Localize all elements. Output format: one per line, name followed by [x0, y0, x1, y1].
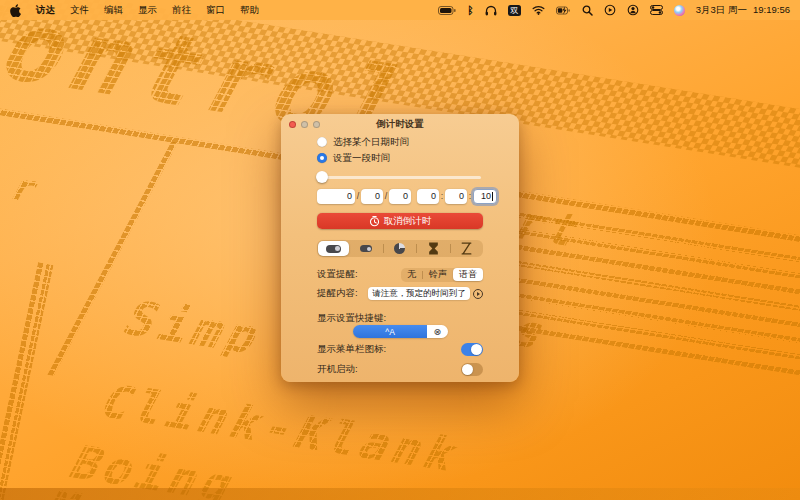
wallpaper-word: r — [4, 169, 50, 209]
launch-at-login-label: 开机启动: — [317, 363, 358, 376]
field-separator: : — [440, 191, 444, 201]
wallpaper-floor-band — [0, 488, 800, 500]
reminder-option-voice[interactable]: 语音 — [453, 268, 483, 281]
reminder-content-row: 提醒内容: 请注意，预定的时间到了 — [317, 287, 483, 300]
radio-row-duration-mode[interactable]: 设置一段时间 — [317, 152, 483, 164]
menubar-icon-toggle[interactable] — [461, 343, 483, 356]
now-playing-icon[interactable] — [604, 4, 616, 16]
radio-date-mode-label: 选择某个日期时间 — [333, 136, 409, 149]
launch-at-login-toggle[interactable] — [461, 363, 483, 376]
wallpaper-word: Simp — [116, 295, 274, 361]
menu-item-window[interactable]: 窗口 — [206, 4, 225, 17]
toggle-knob — [462, 364, 473, 375]
radio-date-mode[interactable] — [317, 137, 327, 147]
battery-icon[interactable] — [438, 6, 456, 15]
duration-field-days[interactable]: 0 — [389, 189, 411, 204]
menu-item-view[interactable]: 显示 — [138, 4, 157, 17]
play-preview-button[interactable] — [473, 289, 483, 299]
menu-app-name[interactable]: 访达 — [36, 4, 55, 17]
field-separator: / — [384, 191, 388, 201]
menu-bar-clock[interactable]: 3月3日 周一 19:19:56 — [696, 4, 790, 17]
countdown-settings-window: 倒计时设置 选择某个日期时间 设置一段时间 0 / 0 / 0 0 : 0 : … — [281, 114, 519, 382]
shortcut-value[interactable]: ^A — [353, 325, 427, 338]
duration-field-seconds[interactable]: 10 — [473, 189, 497, 204]
slider-knob[interactable] — [316, 171, 328, 183]
wifi-icon[interactable] — [532, 5, 545, 15]
reminder-label: 设置提醒: — [317, 268, 358, 281]
duration-field-hours[interactable]: 0 — [417, 189, 439, 204]
field-separator: / — [356, 191, 360, 201]
duration-fields-row: 0 / 0 / 0 0 : 0 : 10 — [317, 188, 499, 204]
duration-slider[interactable] — [317, 171, 481, 183]
segment-hourglass[interactable] — [417, 240, 450, 257]
text-caret — [492, 192, 493, 201]
countdown-clock-icon — [369, 216, 380, 227]
shortcut-recorder[interactable]: ^A ⊗ — [353, 325, 448, 338]
menubar-icon-toggle-label: 显示菜单栏图标: — [317, 343, 386, 356]
segment-pill-small[interactable] — [350, 240, 383, 257]
reminder-option-none[interactable]: 无 — [401, 268, 422, 282]
window-title: 倒计时设置 — [376, 118, 424, 131]
reminder-option-ring[interactable]: 铃声 — [423, 268, 453, 282]
siri-icon[interactable] — [674, 5, 685, 16]
hourglass-icon — [428, 242, 439, 255]
menu-item-help[interactable]: 帮助 — [240, 4, 259, 17]
zoom-button[interactable] — [313, 121, 320, 128]
menu-item-file[interactable]: 文件 — [70, 4, 89, 17]
pie-icon — [394, 243, 405, 254]
field-separator: : — [468, 191, 472, 201]
control-center-icon[interactable] — [650, 5, 663, 15]
reminder-row: 设置提醒: 无 铃声 语音 — [317, 268, 483, 281]
menu-item-edit[interactable]: 编辑 — [104, 4, 123, 17]
menu-item-go[interactable]: 前往 — [172, 4, 191, 17]
battery-charge-icon[interactable] — [556, 6, 571, 15]
segment-hourglass-outline[interactable] — [451, 240, 484, 257]
duration-field-years[interactable]: 0 — [317, 189, 355, 204]
radio-duration-mode-label: 设置一段时间 — [333, 152, 390, 165]
minimize-button[interactable] — [301, 121, 308, 128]
cancel-countdown-button[interactable]: 取消倒计时 — [317, 213, 483, 229]
duration-field-months[interactable]: 0 — [361, 189, 383, 204]
slider-track[interactable] — [318, 176, 481, 179]
reminder-content-input[interactable]: 请注意，预定的时间到了 — [368, 287, 470, 300]
segment-pill-wide[interactable] — [318, 241, 349, 256]
bluetooth-icon[interactable]: ᛒ — [467, 4, 473, 16]
headphones-icon[interactable] — [485, 5, 497, 16]
menu-bar-time: 19:19:56 — [753, 4, 790, 17]
shortcut-label: 显示设置快捷键: — [317, 312, 483, 323]
reminder-segmented-control: 无 铃声 语音 — [401, 268, 483, 282]
launch-at-login-toggle-row: 开机启动: — [317, 363, 483, 376]
user-switch-icon[interactable] — [627, 4, 639, 16]
toggle-knob — [471, 344, 482, 355]
menubar-icon-toggle-row: 显示菜单栏图标: — [317, 343, 483, 356]
duration-field-minutes[interactable]: 0 — [445, 189, 467, 204]
spotlight-icon[interactable] — [582, 5, 593, 16]
shortcut-clear-button[interactable]: ⊗ — [427, 325, 448, 338]
apple-menu-icon[interactable] — [10, 4, 21, 17]
menu-bar-date: 3月3日 周一 — [696, 4, 747, 17]
icon-style-segmented-control — [317, 240, 483, 257]
segment-pie[interactable] — [384, 240, 417, 257]
window-titlebar[interactable]: 倒计时设置 — [281, 114, 519, 134]
close-button[interactable] — [289, 121, 296, 128]
radio-duration-mode[interactable] — [317, 153, 327, 163]
pill-small-icon — [360, 245, 372, 252]
menu-bar: 访达 文件 编辑 显示 前往 窗口 帮助 ᛒ 双 — [0, 0, 800, 20]
input-method-icon[interactable]: 双 — [508, 5, 521, 16]
cancel-countdown-label: 取消倒计时 — [384, 215, 432, 228]
reminder-content-label: 提醒内容: — [317, 287, 358, 300]
hourglass-outline-icon — [461, 242, 472, 255]
radio-row-date-mode[interactable]: 选择某个日期时间 — [317, 136, 483, 148]
pill-wide-icon — [326, 245, 341, 253]
